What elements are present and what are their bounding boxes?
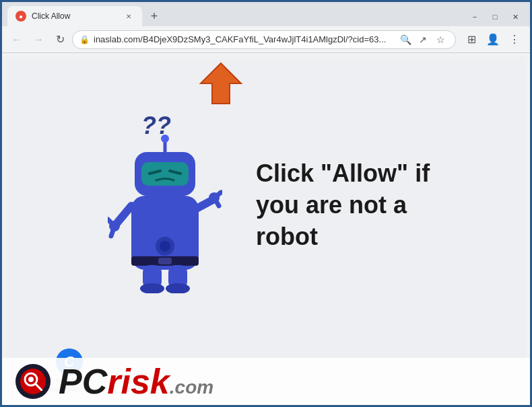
pcrisk-icon (15, 364, 51, 399)
pcrisk-watermark: PCrisk.com (2, 358, 530, 405)
tab-bar: ● Click Allow ✕ + − □ ✕ (2, 2, 530, 26)
svg-point-27 (28, 377, 34, 382)
address-action-icons: 🔍 ↗ ☆ (397, 32, 448, 48)
tab-favicon: ● (15, 11, 26, 22)
profile-icon[interactable]: 👤 (483, 30, 503, 50)
forward-button[interactable]: → (29, 30, 48, 49)
pcrisk-icon-inner (20, 369, 46, 394)
window-controls: − □ ✕ (465, 10, 525, 26)
back-button[interactable]: ← (7, 30, 26, 49)
pcrisk-text-group: PCrisk.com (59, 364, 213, 399)
active-tab[interactable]: ● Click Allow ✕ (7, 6, 142, 26)
tab-grid-icon[interactable]: ⊞ (461, 30, 481, 50)
search-lens-icon[interactable]: 🔍 (397, 32, 413, 48)
new-tab-button[interactable]: + (145, 7, 164, 26)
toolbar-icons: ⊞ 👤 ⋮ (461, 30, 525, 50)
main-content-area: ?? (2, 53, 530, 358)
maximize-button[interactable]: □ (486, 10, 504, 24)
captcha-message: Click "Allow" if you are not a robot (256, 158, 431, 252)
svg-marker-0 (201, 63, 241, 104)
svg-line-4 (111, 226, 114, 236)
page-content: ?? (2, 53, 530, 405)
minimize-button[interactable]: − (465, 10, 484, 24)
reload-button[interactable]: ↻ (51, 30, 69, 49)
robot-illustration: ?? (101, 112, 236, 300)
svg-line-26 (36, 384, 42, 390)
url-text: inaslab.com/B4DjeX9DzSMy3_CAKFaYfiL_Var4… (94, 34, 393, 44)
chrome-window: ● Click Allow ✕ + − □ ✕ ← → ↻ 🔒 inaslab.… (2, 2, 530, 405)
svg-rect-18 (158, 258, 172, 264)
robot-section: ?? (101, 112, 431, 300)
svg-point-16 (160, 241, 170, 252)
bookmark-icon[interactable]: ☆ (432, 32, 448, 48)
robot-svg (108, 132, 222, 293)
arrow-indicator (177, 60, 244, 130)
svg-point-24 (161, 135, 169, 143)
tab-close-button[interactable]: ✕ (123, 11, 134, 22)
address-bar: ← → ↻ 🔒 inaslab.com/B4DjeX9DzSMy3_CAKFaY… (2, 26, 530, 53)
pcrisk-text: PCrisk.com (59, 362, 213, 401)
close-button[interactable]: ✕ (506, 10, 525, 24)
pcrisk-pc: PC (59, 362, 107, 401)
address-input[interactable]: 🔒 inaslab.com/B4DjeX9DzSMy3_CAKFaYfiL_Va… (72, 30, 456, 49)
pcrisk-dotcom: .com (170, 377, 213, 398)
menu-icon[interactable]: ⋮ (504, 30, 525, 50)
tab-title: Click Allow (32, 11, 118, 21)
share-icon[interactable]: ↗ (415, 32, 431, 48)
pcrisk-risk: risk (107, 362, 170, 401)
lock-icon: 🔒 (79, 35, 90, 44)
